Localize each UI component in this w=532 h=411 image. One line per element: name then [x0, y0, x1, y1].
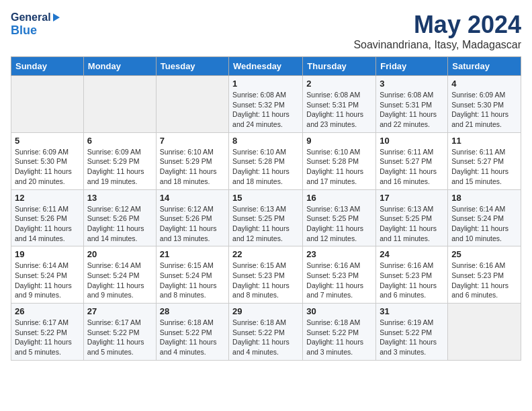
day-number: 3: [380, 79, 444, 89]
day-cell: 19Sunrise: 6:14 AMSunset: 5:24 PMDayligh…: [11, 246, 84, 304]
day-cell: 3Sunrise: 6:08 AMSunset: 5:31 PMDaylight…: [376, 76, 448, 133]
day-number: 30: [306, 306, 372, 316]
header-day-saturday: Saturday: [448, 57, 521, 76]
day-cell: 23Sunrise: 6:16 AMSunset: 5:23 PMDayligh…: [303, 246, 376, 304]
day-cell: 4Sunrise: 6:09 AMSunset: 5:30 PMDaylight…: [448, 76, 521, 133]
day-cell: 26Sunrise: 6:17 AMSunset: 5:22 PMDayligh…: [11, 304, 84, 361]
header-day-tuesday: Tuesday: [156, 57, 228, 76]
day-cell: 12Sunrise: 6:11 AMSunset: 5:26 PMDayligh…: [11, 189, 84, 246]
day-number: 5: [15, 136, 80, 146]
day-cell: 21Sunrise: 6:15 AMSunset: 5:24 PMDayligh…: [156, 246, 228, 304]
day-number: 22: [232, 249, 299, 259]
day-cell: 15Sunrise: 6:13 AMSunset: 5:25 PMDayligh…: [229, 189, 303, 246]
day-info: Sunrise: 6:14 AMSunset: 5:24 PMDaylight:…: [87, 261, 152, 300]
day-cell: 7Sunrise: 6:10 AMSunset: 5:29 PMDaylight…: [156, 132, 228, 189]
day-cell: 29Sunrise: 6:18 AMSunset: 5:22 PMDayligh…: [229, 304, 303, 361]
day-info: Sunrise: 6:19 AMSunset: 5:22 PMDaylight:…: [380, 318, 444, 357]
day-cell: 25Sunrise: 6:16 AMSunset: 5:23 PMDayligh…: [448, 246, 521, 304]
day-cell: 9Sunrise: 6:10 AMSunset: 5:28 PMDaylight…: [303, 132, 376, 189]
title-block: May 2024 Soavinandriana, Itasy, Madagasc…: [353, 11, 521, 51]
day-cell: 17Sunrise: 6:13 AMSunset: 5:25 PMDayligh…: [376, 189, 448, 246]
header-day-wednesday: Wednesday: [229, 57, 303, 76]
week-row-1: 1Sunrise: 6:08 AMSunset: 5:32 PMDaylight…: [11, 76, 521, 133]
day-number: 2: [306, 79, 372, 89]
day-cell: [156, 76, 228, 133]
location-subtitle: Soavinandriana, Itasy, Madagascar: [353, 39, 521, 51]
logo-general: General: [11, 11, 60, 24]
week-row-4: 19Sunrise: 6:14 AMSunset: 5:24 PMDayligh…: [11, 246, 521, 304]
day-info: Sunrise: 6:18 AMSunset: 5:22 PMDaylight:…: [306, 318, 372, 357]
day-number: 21: [160, 249, 225, 259]
day-info: Sunrise: 6:09 AMSunset: 5:30 PMDaylight:…: [451, 90, 517, 130]
day-cell: [83, 76, 156, 133]
header: General Blue May 2024 Soavinandriana, It…: [11, 11, 521, 51]
day-number: 14: [160, 193, 225, 203]
day-cell: 5Sunrise: 6:09 AMSunset: 5:30 PMDaylight…: [11, 132, 84, 189]
day-info: Sunrise: 6:08 AMSunset: 5:31 PMDaylight:…: [380, 90, 444, 130]
day-cell: 8Sunrise: 6:10 AMSunset: 5:28 PMDaylight…: [229, 132, 303, 189]
day-cell: 20Sunrise: 6:14 AMSunset: 5:24 PMDayligh…: [83, 246, 156, 304]
day-info: Sunrise: 6:10 AMSunset: 5:28 PMDaylight:…: [306, 147, 372, 187]
day-info: Sunrise: 6:16 AMSunset: 5:23 PMDaylight:…: [380, 261, 444, 300]
day-info: Sunrise: 6:12 AMSunset: 5:26 PMDaylight:…: [160, 204, 225, 244]
day-cell: 28Sunrise: 6:18 AMSunset: 5:22 PMDayligh…: [156, 304, 228, 361]
day-number: 8: [232, 136, 299, 146]
day-info: Sunrise: 6:12 AMSunset: 5:26 PMDaylight:…: [87, 204, 152, 244]
month-title: May 2024: [353, 11, 521, 39]
logo: General Blue: [11, 11, 60, 38]
day-cell: 22Sunrise: 6:15 AMSunset: 5:23 PMDayligh…: [229, 246, 303, 304]
day-info: Sunrise: 6:18 AMSunset: 5:22 PMDaylight:…: [160, 318, 225, 357]
day-info: Sunrise: 6:11 AMSunset: 5:27 PMDaylight:…: [451, 147, 517, 187]
day-info: Sunrise: 6:13 AMSunset: 5:25 PMDaylight:…: [306, 204, 372, 244]
day-cell: 31Sunrise: 6:19 AMSunset: 5:22 PMDayligh…: [376, 304, 448, 361]
day-cell: [11, 76, 84, 133]
day-info: Sunrise: 6:16 AMSunset: 5:23 PMDaylight:…: [451, 261, 517, 300]
day-cell: 2Sunrise: 6:08 AMSunset: 5:31 PMDaylight…: [303, 76, 376, 133]
day-info: Sunrise: 6:15 AMSunset: 5:23 PMDaylight:…: [232, 261, 299, 300]
day-info: Sunrise: 6:14 AMSunset: 5:24 PMDaylight:…: [451, 204, 517, 244]
day-info: Sunrise: 6:11 AMSunset: 5:26 PMDaylight:…: [15, 204, 80, 244]
day-number: 23: [306, 249, 372, 259]
day-number: 15: [232, 193, 299, 203]
day-info: Sunrise: 6:11 AMSunset: 5:27 PMDaylight:…: [380, 147, 444, 187]
day-info: Sunrise: 6:18 AMSunset: 5:22 PMDaylight:…: [232, 318, 299, 357]
day-number: 19: [15, 249, 80, 259]
day-number: 17: [380, 193, 444, 203]
day-number: 6: [87, 136, 152, 146]
day-info: Sunrise: 6:10 AMSunset: 5:28 PMDaylight:…: [232, 147, 299, 187]
day-info: Sunrise: 6:09 AMSunset: 5:30 PMDaylight:…: [15, 147, 80, 187]
day-cell: 18Sunrise: 6:14 AMSunset: 5:24 PMDayligh…: [448, 189, 521, 246]
day-info: Sunrise: 6:17 AMSunset: 5:22 PMDaylight:…: [15, 318, 80, 357]
header-day-friday: Friday: [376, 57, 448, 76]
day-number: 16: [306, 193, 372, 203]
day-number: 7: [160, 136, 225, 146]
day-info: Sunrise: 6:16 AMSunset: 5:23 PMDaylight:…: [306, 261, 372, 300]
day-cell: 13Sunrise: 6:12 AMSunset: 5:26 PMDayligh…: [83, 189, 156, 246]
day-cell: 10Sunrise: 6:11 AMSunset: 5:27 PMDayligh…: [376, 132, 448, 189]
day-number: 27: [87, 306, 152, 316]
day-info: Sunrise: 6:14 AMSunset: 5:24 PMDaylight:…: [15, 261, 80, 300]
day-cell: 1Sunrise: 6:08 AMSunset: 5:32 PMDaylight…: [229, 76, 303, 133]
calendar-table: SundayMondayTuesdayWednesdayThursdayFrid…: [11, 56, 521, 361]
day-cell: 16Sunrise: 6:13 AMSunset: 5:25 PMDayligh…: [303, 189, 376, 246]
header-row: SundayMondayTuesdayWednesdayThursdayFrid…: [11, 57, 521, 76]
day-number: 11: [451, 136, 517, 146]
day-number: 10: [380, 136, 444, 146]
day-info: Sunrise: 6:13 AMSunset: 5:25 PMDaylight:…: [232, 204, 299, 244]
day-cell: 14Sunrise: 6:12 AMSunset: 5:26 PMDayligh…: [156, 189, 228, 246]
day-info: Sunrise: 6:08 AMSunset: 5:31 PMDaylight:…: [306, 90, 372, 130]
day-number: 4: [451, 79, 517, 89]
day-number: 24: [380, 249, 444, 259]
day-info: Sunrise: 6:13 AMSunset: 5:25 PMDaylight:…: [380, 204, 444, 244]
day-info: Sunrise: 6:10 AMSunset: 5:29 PMDaylight:…: [160, 147, 225, 187]
day-number: 26: [15, 306, 80, 316]
week-row-2: 5Sunrise: 6:09 AMSunset: 5:30 PMDaylight…: [11, 132, 521, 189]
day-cell: [448, 304, 521, 361]
day-number: 25: [451, 249, 517, 259]
logo-blue: Blue: [11, 24, 60, 38]
day-info: Sunrise: 6:09 AMSunset: 5:29 PMDaylight:…: [87, 147, 152, 187]
day-info: Sunrise: 6:15 AMSunset: 5:24 PMDaylight:…: [160, 261, 225, 300]
day-number: 31: [380, 306, 444, 316]
day-number: 28: [160, 306, 225, 316]
day-number: 12: [15, 193, 80, 203]
